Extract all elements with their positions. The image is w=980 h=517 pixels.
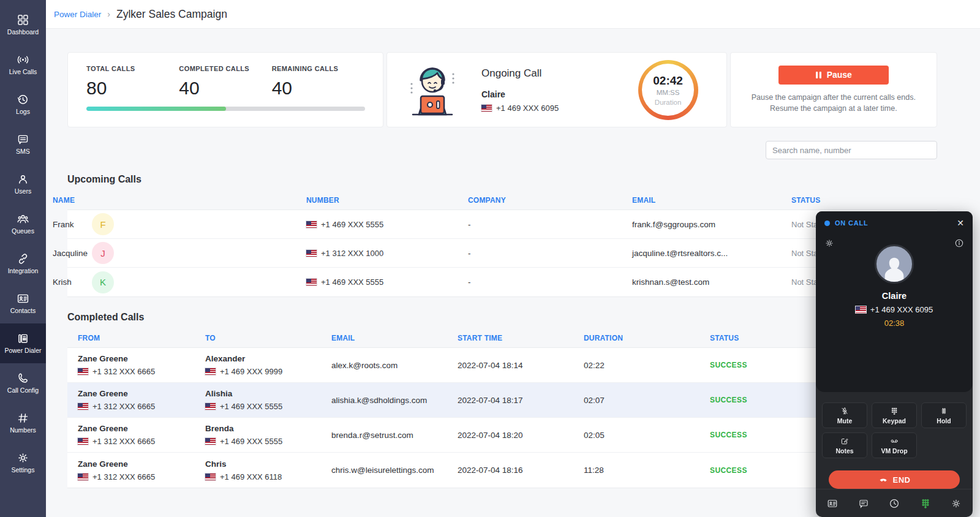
sidebar-item-live-calls[interactable]: Live Calls bbox=[0, 45, 46, 85]
table-row[interactable]: Zane Greene+1 312 XXX 6665 Brenda+1 469 … bbox=[67, 418, 937, 453]
contact-email: jacquline.t@rtsrealtors.c... bbox=[632, 249, 791, 258]
sidebar-item-integration[interactable]: Integration bbox=[0, 244, 46, 284]
caller-avatar bbox=[875, 244, 914, 284]
contact-card-icon[interactable] bbox=[827, 498, 838, 509]
column-header-duration: DURATION bbox=[584, 334, 710, 342]
hold-button[interactable]: Hold bbox=[921, 402, 967, 428]
completed-calls-header: FROM TO EMAIL START TIME DURATION STATUS bbox=[67, 329, 937, 347]
us-flag-icon bbox=[78, 403, 88, 410]
sidebar-label: Contacts bbox=[10, 308, 36, 315]
search-input[interactable] bbox=[766, 141, 937, 159]
phone-number: +1 312 XXX 1000 bbox=[321, 249, 383, 258]
call-agent-illustration bbox=[401, 58, 464, 122]
broadcast-icon bbox=[17, 53, 29, 66]
to-number: +1 469 XXX 5555 bbox=[205, 402, 331, 411]
ongoing-call-card: Ongoing Call Claire +1 469 XXX 6095 02:4… bbox=[386, 52, 727, 127]
sidebar-item-sms[interactable]: SMS bbox=[0, 124, 46, 164]
from-name: Zane Greene bbox=[78, 424, 205, 433]
sms-icon bbox=[17, 133, 29, 146]
pause-button-label: Pause bbox=[827, 70, 852, 80]
table-row[interactable]: K Krish +1 469 XXX 5555 - krishnan.s@tes… bbox=[67, 268, 937, 296]
pause-description: Pause the campaign after the current cal… bbox=[752, 92, 916, 114]
column-header-email: EMAIL bbox=[632, 196, 791, 205]
user-icon bbox=[17, 173, 29, 186]
notes-button[interactable]: Notes bbox=[822, 432, 867, 458]
keypad-icon bbox=[890, 407, 899, 415]
notes-icon bbox=[840, 437, 849, 445]
sidebar-item-numbers[interactable]: Numbers bbox=[0, 403, 46, 443]
upcoming-calls-table: F Frank +1 469 XXX 5555 - frank.f@sggrou… bbox=[67, 209, 937, 297]
us-flag-icon bbox=[481, 105, 492, 111]
sidebar-item-contacts[interactable]: Contacts bbox=[0, 284, 46, 323]
from-name: Zane Greene bbox=[78, 459, 205, 469]
clock-icon[interactable] bbox=[889, 498, 900, 509]
sidebar-label: Numbers bbox=[10, 427, 36, 434]
call-duration-value: 02:42 bbox=[653, 74, 683, 88]
from-name: Zane Greene bbox=[78, 354, 205, 363]
table-row[interactable]: F Frank +1 469 XXX 5555 - frank.f@sggrou… bbox=[67, 210, 937, 239]
sidebar-item-queues[interactable]: Queues bbox=[0, 204, 46, 244]
history-icon bbox=[17, 93, 29, 106]
phone-number: +1 469 XXX 5555 bbox=[220, 437, 282, 446]
vm-drop-button[interactable]: VM Drop bbox=[872, 432, 917, 458]
gear-icon[interactable] bbox=[951, 498, 962, 509]
close-icon[interactable]: ✕ bbox=[957, 219, 964, 227]
progress-fill bbox=[86, 107, 226, 111]
page-title: Zylker Sales Campaign bbox=[116, 8, 227, 21]
contact-company: - bbox=[468, 249, 632, 258]
keypad-icon[interactable] bbox=[920, 498, 931, 509]
call-duration: 02:05 bbox=[584, 431, 710, 440]
duration-label: Duration bbox=[655, 99, 681, 106]
mute-button[interactable]: Mute bbox=[822, 402, 867, 428]
sidebar-label: Power Dialer bbox=[4, 347, 41, 355]
pause-icon bbox=[815, 71, 822, 79]
keypad-button[interactable]: Keypad bbox=[872, 402, 917, 428]
contact-number: +1 312 XXX 1000 bbox=[306, 249, 468, 258]
table-row[interactable]: Zane Greene+1 312 XXX 6665 Chris+1 469 X… bbox=[67, 453, 937, 488]
us-flag-icon bbox=[306, 221, 317, 228]
call-timer: 02:38 bbox=[824, 319, 964, 328]
contact-company: - bbox=[468, 277, 632, 287]
contact-number: +1 469 XXX 5555 bbox=[306, 220, 468, 229]
sidebar-item-call-config[interactable]: Call Config bbox=[0, 363, 46, 403]
chat-icon[interactable] bbox=[858, 498, 869, 509]
phone-down-icon bbox=[878, 475, 888, 485]
sidebar-label: SMS bbox=[16, 148, 30, 156]
us-flag-icon bbox=[78, 474, 88, 480]
sidebar: Dashboard Live Calls Logs SMS Users Queu… bbox=[0, 0, 46, 517]
call-duration: 11:28 bbox=[584, 466, 710, 475]
info-icon[interactable] bbox=[954, 238, 964, 248]
sidebar-item-settings[interactable]: Settings bbox=[0, 443, 46, 483]
stat-value: 40 bbox=[272, 78, 364, 99]
voicemail-icon bbox=[890, 437, 899, 445]
sidebar-item-logs[interactable]: Logs bbox=[0, 85, 46, 124]
upcoming-calls-header: NAME NUMBER COMPANY EMAIL STATUS bbox=[67, 191, 937, 209]
table-row[interactable]: Zane Greene+1 312 XXX 6665 Alexander+1 4… bbox=[67, 348, 937, 383]
sidebar-item-dashboard[interactable]: Dashboard bbox=[0, 5, 46, 45]
sidebar-label: Logs bbox=[16, 108, 30, 116]
us-flag-icon bbox=[205, 474, 216, 480]
us-flag-icon bbox=[856, 306, 866, 313]
column-header-status: STATUS bbox=[791, 196, 937, 205]
pause-button[interactable]: Pause bbox=[778, 66, 889, 85]
contact-email: krishnan.s@test.com bbox=[632, 277, 791, 287]
sidebar-label: Dashboard bbox=[7, 29, 39, 36]
sidebar-label: Users bbox=[15, 188, 31, 195]
gear-icon[interactable] bbox=[824, 238, 834, 248]
column-header-from: FROM bbox=[78, 334, 205, 342]
contact-name: Krish bbox=[53, 277, 306, 287]
table-row[interactable]: Zane Greene+1 312 XXX 6665 Alishia+1 469… bbox=[67, 383, 937, 418]
to-name: Brenda bbox=[205, 424, 331, 433]
call-duration: 02:22 bbox=[584, 361, 710, 370]
campaign-stats-card: TOTAL CALLS 80 COMPLETED CALLS 40 REMAIN… bbox=[67, 52, 383, 127]
ongoing-call-name: Claire bbox=[481, 89, 638, 99]
us-flag-icon bbox=[78, 368, 88, 375]
hold-label: Hold bbox=[937, 417, 951, 425]
end-call-button[interactable]: END bbox=[829, 470, 960, 489]
table-row[interactable]: J Jacquline +1 312 XXX 1000 - jacquline.… bbox=[67, 239, 937, 268]
contact-email: frank.f@sggroups.com bbox=[632, 220, 791, 229]
sidebar-item-users[interactable]: Users bbox=[0, 164, 46, 204]
breadcrumb-parent-link[interactable]: Power Dialer bbox=[54, 10, 101, 19]
sidebar-item-power-dialer[interactable]: Power Dialer bbox=[0, 323, 46, 363]
chevron-right-icon: › bbox=[107, 9, 110, 19]
